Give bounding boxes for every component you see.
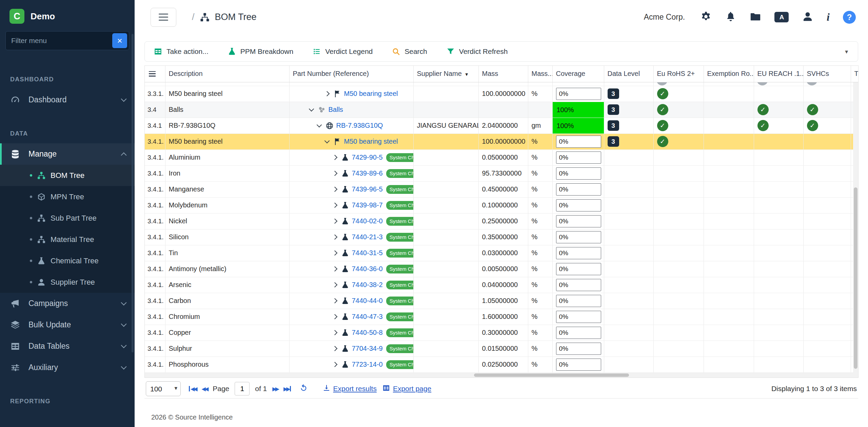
table-row[interactable]: 3.4.1.M50 bearing steelM50 bearing steel… [145, 134, 859, 149]
export-results-link[interactable]: Export results [322, 384, 377, 394]
table-row[interactable]: 3.4.1.Copper7440-50-8System Chemical0.30… [145, 325, 859, 341]
sidebar-item-sub-part-tree[interactable]: Sub Part Tree [0, 207, 135, 229]
expand-toggle-icon[interactable] [332, 362, 337, 367]
coverage-input[interactable] [556, 343, 601, 355]
table-row[interactable]: 3.4.1RB-7.938G10QRB-7.938G10QJIANGSU GEN… [145, 118, 859, 134]
table-row[interactable]: 3.4.1.Iron7439-89-6System Chemical95.733… [145, 165, 859, 181]
collapse-toggle-icon[interactable] [316, 122, 322, 127]
sidebar-item-mpn-tree[interactable]: MPN Tree [0, 186, 135, 207]
verdict-legend-button[interactable]: Verdict Legend [312, 47, 373, 56]
vertical-scrollbar-thumb[interactable] [854, 187, 857, 369]
vertical-scrollbar[interactable] [853, 82, 858, 373]
sidebar-item-supplier-tree[interactable]: Supplier Tree [0, 271, 135, 293]
column-header-menu[interactable] [145, 66, 165, 82]
table-row[interactable]: 3.4.1.Carbon7440-44-0System Chemical1.05… [145, 293, 859, 309]
column-header-mass[interactable]: Mass [478, 66, 528, 82]
expand-toggle-icon[interactable] [332, 219, 337, 224]
table-row[interactable]: 3.4.1.Molybdenum7439-98-7System Chemical… [145, 197, 859, 213]
coverage-input[interactable] [556, 167, 601, 180]
column-header-coverage[interactable]: Coverage [552, 66, 604, 82]
coverage-input[interactable] [556, 359, 601, 371]
column-header-description[interactable]: Description [165, 66, 289, 82]
page-number-input[interactable] [235, 382, 250, 395]
expand-toggle-icon[interactable] [332, 250, 337, 256]
search-button[interactable]: Search [392, 47, 427, 56]
coverage-input[interactable] [556, 136, 601, 148]
coverage-input[interactable] [556, 231, 601, 243]
coverage-input[interactable] [556, 263, 601, 275]
part-link[interactable]: M50 bearing steel [344, 90, 398, 98]
table-row[interactable]: 3.4.1.Sulphur7704-34-9System Chemical0.0… [145, 341, 859, 357]
toolbar-caret-icon[interactable]: ▼ [844, 49, 849, 55]
expand-toggle-icon[interactable] [332, 187, 337, 192]
collapse-toggle-icon[interactable] [309, 106, 314, 111]
export-page-link[interactable]: Export page [382, 384, 431, 394]
sidebar-scrollbar[interactable] [132, 34, 134, 352]
table-row[interactable]: 3.4BallsBalls100%3✓✓✓ [145, 102, 859, 118]
part-link[interactable]: RB-7.938G10Q [336, 122, 383, 129]
expand-toggle-icon[interactable] [332, 346, 337, 351]
refresh-button[interactable] [299, 384, 308, 394]
help-button[interactable]: ? [843, 11, 856, 24]
part-link[interactable]: 7440-31-5 [352, 249, 383, 257]
coverage-input[interactable] [556, 327, 601, 339]
info-button[interactable]: i [827, 11, 830, 23]
table-row[interactable]: 3.4.1.Phosphorous7723-14-0System Chemica… [145, 357, 859, 372]
take-action-button[interactable]: Take action... [154, 47, 209, 56]
coverage-input[interactable] [556, 199, 601, 211]
table-row[interactable]: 3.4.1.Chromium7440-47-3System Chemical1.… [145, 309, 859, 325]
sidebar-item-bulk-update[interactable]: Bulk Update [0, 314, 135, 336]
part-link[interactable]: M50 bearing steel [344, 138, 398, 145]
coverage-input[interactable] [556, 183, 601, 196]
part-link[interactable]: 7440-36-0 [352, 265, 383, 273]
column-header-supplier-name[interactable]: Supplier Name▼ [413, 66, 478, 82]
part-link[interactable]: 7723-14-0 [352, 361, 383, 368]
column-header-eu-rohs-2[interactable]: Eu RoHS 2+ [653, 66, 704, 82]
table-row[interactable]: 3.4.1.Nickel7440-02-0System Chemical0.25… [145, 213, 859, 229]
next-page-button[interactable]: ▶▶ [272, 386, 278, 392]
expand-toggle-icon[interactable] [332, 330, 337, 336]
part-link[interactable]: 7440-02-0 [352, 217, 383, 225]
account-name[interactable]: Acme Corp. [644, 13, 685, 22]
table-row[interactable]: 3.4.1.Tin7440-31-5System Chemical0.03000… [145, 245, 859, 261]
coverage-input[interactable] [556, 295, 601, 307]
language-button[interactable]: A [774, 12, 789, 22]
first-page-button[interactable]: ◀◀ [188, 386, 196, 392]
table-row[interactable]: 3.4.1.Antimony (metallic)7440-36-0System… [145, 261, 859, 277]
collapse-toggle-icon[interactable] [324, 138, 330, 143]
table-row[interactable]: 3.4.1.Silicon7440-21-3System Chemical0.3… [145, 229, 859, 245]
expand-toggle-icon[interactable] [324, 91, 330, 97]
sidebar-item-manage[interactable]: Manage [0, 143, 135, 165]
page-size-select[interactable]: 100 [146, 381, 181, 396]
coverage-input[interactable] [556, 311, 601, 323]
part-link[interactable]: 7429-90-5 [352, 154, 383, 161]
column-header-data-level[interactable]: Data Level [604, 66, 653, 82]
verdict-refresh-button[interactable]: Verdict Refresh [446, 47, 508, 56]
part-link[interactable]: 7440-47-3 [352, 313, 383, 321]
part-link[interactable]: 7440-50-8 [352, 329, 383, 337]
part-link[interactable]: 7704-34-9 [352, 345, 383, 352]
sidebar-item-chemical-tree[interactable]: Chemical Tree [0, 250, 135, 271]
notifications-button[interactable] [725, 11, 736, 23]
column-header-mass[interactable]: Mass... [528, 66, 552, 82]
horizontal-scrollbar-thumb[interactable] [474, 373, 629, 377]
sidebar-item-material-tree[interactable]: Material Tree [0, 229, 135, 250]
sidebar-item-data-tables[interactable]: Data Tables [0, 336, 135, 357]
expand-toggle-icon[interactable] [332, 298, 337, 304]
sidebar-item-campaigns[interactable]: Campaigns [0, 293, 135, 314]
horizontal-scrollbar[interactable] [145, 373, 858, 378]
files-button[interactable] [750, 11, 761, 23]
coverage-input[interactable] [556, 88, 601, 100]
expand-toggle-icon[interactable] [332, 266, 337, 272]
sidebar-item-dashboard[interactable]: Dashboard [0, 89, 135, 110]
settings-button[interactable] [700, 11, 712, 23]
part-link[interactable]: 7439-89-6 [352, 169, 383, 177]
part-link[interactable]: 7440-38-2 [352, 281, 383, 289]
part-link[interactable]: 7440-21-3 [352, 233, 383, 241]
column-header-exemption-ro[interactable]: Exemption Ro... [704, 66, 754, 82]
part-link[interactable]: 7439-98-7 [352, 201, 383, 209]
table-row[interactable]: 3.3.1.M50 bearing steelM50 bearing steel… [145, 86, 859, 102]
expand-toggle-icon[interactable] [332, 282, 337, 288]
expand-toggle-icon[interactable] [332, 235, 337, 240]
profile-button[interactable] [802, 11, 813, 23]
